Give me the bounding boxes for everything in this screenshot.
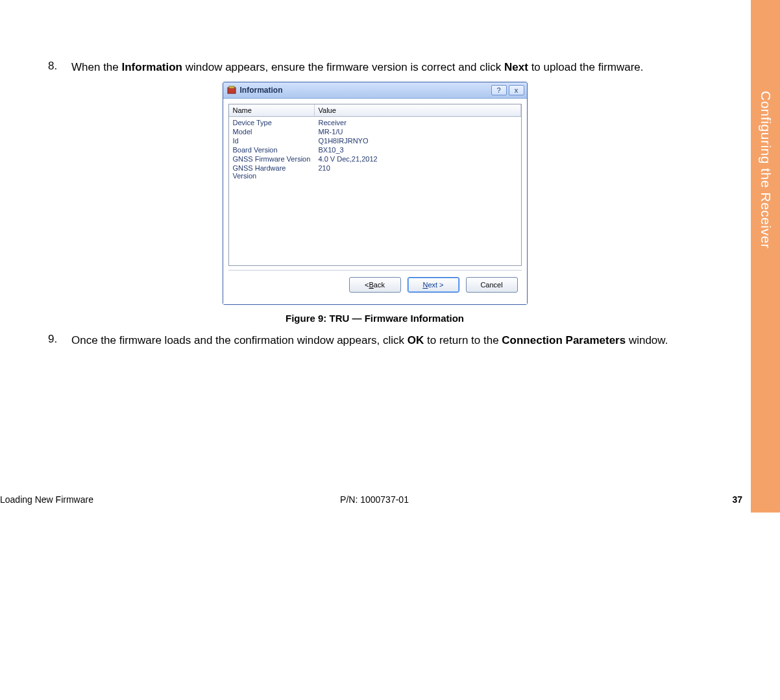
app-icon — [227, 86, 236, 95]
svg-rect-1 — [229, 86, 234, 88]
step-text: When the Information window appears, ens… — [71, 60, 750, 75]
footer-page-number: 37 — [732, 494, 742, 505]
footer-section-title: Loading New Firmware — [0, 494, 93, 505]
step-text: Once the firmware loads and the confirma… — [71, 333, 750, 348]
info-table-rows: Device Type Receiver Model MR-1/U Id Q1H… — [229, 117, 521, 182]
step-number: 8. — [48, 60, 71, 75]
table-row: Id Q1H8IRJRNYO — [229, 136, 521, 145]
info-table: Name Value Device Type Receiver Model MR… — [228, 104, 522, 266]
table-row: Model MR-1/U — [229, 127, 521, 136]
chapter-side-tab: Configuring the Receiver — [751, 0, 780, 513]
next-button[interactable]: Next > — [408, 277, 459, 293]
back-button[interactable]: < Back — [349, 277, 401, 293]
dialog-separator — [228, 270, 522, 271]
table-row: GNSS Firmware Version 4.0 V Dec,21,2012 — [229, 154, 521, 163]
dialog-body: Name Value Device Type Receiver Model MR… — [223, 99, 527, 304]
step-9: 9. Once the firmware loads and the confi… — [0, 333, 750, 348]
column-header-name: Name — [229, 104, 315, 116]
figure-9-wrap: Information ? x Name Value Device Type — [0, 82, 750, 305]
cancel-button[interactable]: Cancel — [466, 277, 518, 293]
chapter-side-tab-label: Configuring the Receiver — [751, 50, 780, 290]
table-row: GNSS Hardware Version 210 — [229, 163, 521, 180]
information-dialog: Information ? x Name Value Device Type — [223, 82, 528, 305]
info-table-header: Name Value — [229, 104, 521, 117]
dialog-titlebar: Information ? x — [223, 82, 527, 99]
close-button[interactable]: x — [509, 85, 524, 95]
page-content: 8. When the Information window appears, … — [0, 0, 750, 355]
dialog-button-row: < Back Next > Cancel — [228, 277, 522, 299]
dialog-title: Information — [240, 86, 489, 95]
step-8: 8. When the Information window appears, … — [0, 60, 750, 75]
page-footer: Loading New Firmware P/N: 1000737-01 37 — [0, 494, 749, 505]
table-row: Device Type Receiver — [229, 118, 521, 127]
column-header-value: Value — [315, 104, 521, 116]
table-row: Board Version BX10_3 — [229, 145, 521, 154]
help-button[interactable]: ? — [491, 85, 507, 95]
footer-part-number: P/N: 1000737-01 — [340, 494, 409, 505]
figure-caption: Figure 9: TRU — Firmware Information — [0, 313, 750, 324]
step-number: 9. — [48, 333, 71, 348]
